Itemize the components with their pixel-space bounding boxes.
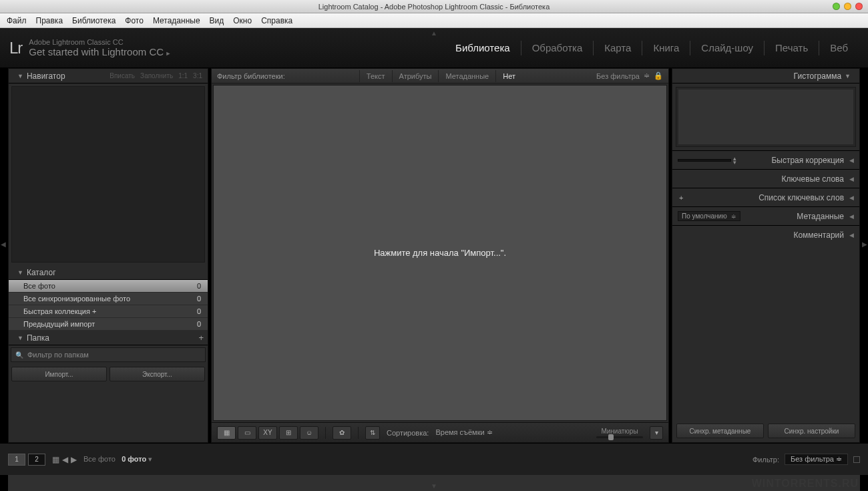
- filter-attribute[interactable]: Атрибуты: [392, 70, 439, 82]
- filter-text[interactable]: Текст: [359, 70, 392, 82]
- navigator-preview: [11, 86, 205, 263]
- close-icon[interactable]: [855, 3, 863, 10]
- module-slideshow[interactable]: Слайд-шоу: [690, 42, 764, 53]
- keyword-list-header[interactable]: + Список ключевых слов◀: [672, 188, 859, 206]
- brand-block: Lr Adobe Lightroom Classic CC Get starte…: [9, 38, 172, 57]
- grid-view[interactable]: Нажмите для начала "Импорт...".: [213, 85, 667, 421]
- filmstrip-bar: 1 2 ▦ ◀ ▶ Все фото 0 фото ▾ Фильтр: Без …: [0, 443, 868, 475]
- add-keyword-icon[interactable]: +: [679, 194, 683, 202]
- watermark: WINTORRENTS.RU: [752, 478, 859, 490]
- screen-1-tab[interactable]: 1: [8, 454, 25, 466]
- sort-value[interactable]: Время съёмки ≑: [435, 428, 492, 437]
- brand-line1: Adobe Lightroom Classic CC: [29, 38, 171, 46]
- menu-window[interactable]: Окно: [233, 16, 252, 25]
- maximize-icon[interactable]: [844, 3, 851, 10]
- sync-settings-button[interactable]: Синхр. настройки: [768, 424, 855, 438]
- menubar: Файл Правка Библиотека Фото Метаданные В…: [0, 13, 868, 28]
- loupe-view-icon[interactable]: ▭: [238, 426, 256, 440]
- collapse-top-icon[interactable]: ▲: [431, 29, 437, 37]
- folders-header[interactable]: ▼Папка +: [9, 331, 208, 345]
- module-print[interactable]: Печать: [765, 42, 819, 53]
- painter-icon[interactable]: ✿: [333, 426, 351, 440]
- quick-dev-slider[interactable]: ▴▾: [678, 156, 736, 164]
- histogram-header[interactable]: Гистограмма▼: [672, 69, 859, 84]
- filter-none[interactable]: Нет: [495, 70, 522, 82]
- nav-forward-icon[interactable]: ▶: [71, 455, 77, 464]
- quick-develop-header[interactable]: ▴▾ Быстрая коррекция◀: [672, 150, 859, 169]
- catalog-header[interactable]: ▼Каталог: [9, 265, 208, 280]
- fs-filter-label: Фильтр:: [752, 456, 779, 464]
- compare-view-icon[interactable]: XY: [258, 426, 277, 440]
- filter-preset[interactable]: Без фильтра: [596, 72, 640, 80]
- window-controls: [833, 3, 863, 10]
- nav-fill[interactable]: Заполнить: [140, 72, 173, 79]
- navigator-header[interactable]: ▼Навигатор Вписать Заполнить 1:1 3:1: [9, 69, 208, 84]
- library-filter-bar: Фильтр библиотеки: Текст Атрибуты Метада…: [212, 69, 668, 84]
- module-library[interactable]: Библиотека: [445, 42, 521, 53]
- search-icon: 🔍: [15, 351, 23, 359]
- nav-1to1[interactable]: 1:1: [178, 72, 188, 79]
- filmstrip-breadcrumb[interactable]: Все фото 0 фото ▾: [83, 455, 152, 464]
- menu-photo[interactable]: Фото: [125, 16, 144, 25]
- thumbnail-size-slider[interactable]: Миниатюры: [596, 428, 643, 438]
- filter-label: Фильтр библиотеки:: [217, 72, 285, 80]
- catalog-quick-collection[interactable]: Быстрая коллекция +0: [9, 305, 208, 318]
- module-picker: Библиотека Обработка Карта Книга Слайд-ш…: [445, 41, 859, 55]
- catalog-prev-import[interactable]: Предыдущий импорт0: [9, 318, 208, 331]
- toolbar-menu-icon[interactable]: ▾: [650, 426, 663, 440]
- catalog-synced[interactable]: Все синхронизированные фото0: [9, 293, 208, 305]
- module-web[interactable]: Веб: [819, 42, 859, 53]
- left-panel-group: ▼Навигатор Вписать Заполнить 1:1 3:1 ▼Ка…: [8, 68, 208, 443]
- sync-metadata-button[interactable]: Синхр. метаданные: [676, 424, 764, 438]
- add-folder-icon[interactable]: +: [198, 333, 204, 343]
- keywording-header[interactable]: Ключевые слова◀: [672, 169, 859, 188]
- window-title: Lightroom Catalog - Adobe Photoshop Ligh…: [318, 3, 550, 11]
- folder-filter-input[interactable]: 🔍 Фильтр по папкам: [11, 347, 206, 362]
- right-panel-group: Гистограмма▼ ▴▾ Быстрая коррекция◀ Ключе…: [672, 68, 860, 443]
- survey-view-icon[interactable]: ⊞: [279, 426, 298, 440]
- grid-view-icon[interactable]: ▦: [217, 426, 236, 440]
- menu-metadata[interactable]: Метаданные: [153, 16, 200, 25]
- collapse-right-icon[interactable]: ▶: [862, 240, 867, 248]
- menu-file[interactable]: Файл: [7, 16, 27, 25]
- filter-metadata[interactable]: Метаданные: [438, 70, 495, 82]
- people-view-icon[interactable]: ☺: [300, 426, 318, 440]
- histogram-body: [676, 87, 856, 147]
- collapse-bottom-icon[interactable]: ▼: [431, 482, 437, 490]
- import-prompt: Нажмите для начала "Импорт...".: [374, 248, 506, 258]
- comments-header[interactable]: Комментарий◀: [672, 225, 859, 244]
- minimize-icon[interactable]: [833, 3, 840, 10]
- nav-back-icon[interactable]: ◀: [62, 455, 68, 464]
- screen-2-tab[interactable]: 2: [28, 454, 45, 466]
- center-area: Фильтр библиотеки: Текст Атрибуты Метада…: [211, 68, 669, 443]
- menu-library[interactable]: Библиотека: [72, 16, 116, 25]
- metadata-header[interactable]: По умолчанию Метаданные◀: [672, 206, 859, 225]
- menu-help[interactable]: Справка: [261, 16, 292, 25]
- menu-view[interactable]: Вид: [210, 16, 224, 25]
- module-book[interactable]: Книга: [642, 42, 690, 53]
- collapse-left-icon[interactable]: ◀: [1, 240, 6, 248]
- menu-edit[interactable]: Правка: [36, 16, 63, 25]
- catalog-all-photos[interactable]: Все фото0: [9, 280, 208, 293]
- module-map[interactable]: Карта: [594, 42, 642, 53]
- nav-3to1[interactable]: 3:1: [193, 72, 202, 79]
- window-titlebar: Lightroom Catalog - Adobe Photoshop Ligh…: [0, 0, 868, 13]
- import-button[interactable]: Импорт...: [11, 367, 107, 381]
- export-button[interactable]: Экспорт...: [110, 367, 205, 381]
- layout-grid-icon[interactable]: ▦: [52, 455, 59, 464]
- sort-label: Сортировка:: [387, 429, 429, 437]
- lock-icon[interactable]: 🔒: [654, 71, 663, 80]
- nav-fit[interactable]: Вписать: [110, 72, 135, 79]
- lr-logo: Lr: [9, 39, 22, 57]
- center-toolbar: ▦ ▭ XY ⊞ ☺ ✿ ⇅ Сортировка: Время съёмки …: [212, 422, 668, 442]
- catalog-list: Все фото0 Все синхронизированные фото0 Б…: [9, 280, 208, 331]
- metadata-preset-select[interactable]: По умолчанию: [678, 211, 740, 221]
- fs-filter-switch[interactable]: [853, 456, 860, 463]
- module-develop[interactable]: Обработка: [521, 42, 594, 53]
- sort-direction-icon[interactable]: ⇅: [365, 426, 380, 440]
- fs-filter-select[interactable]: Без фильтра ≑: [785, 454, 848, 465]
- brand-line2[interactable]: Get started with Lightroom CC: [29, 46, 171, 57]
